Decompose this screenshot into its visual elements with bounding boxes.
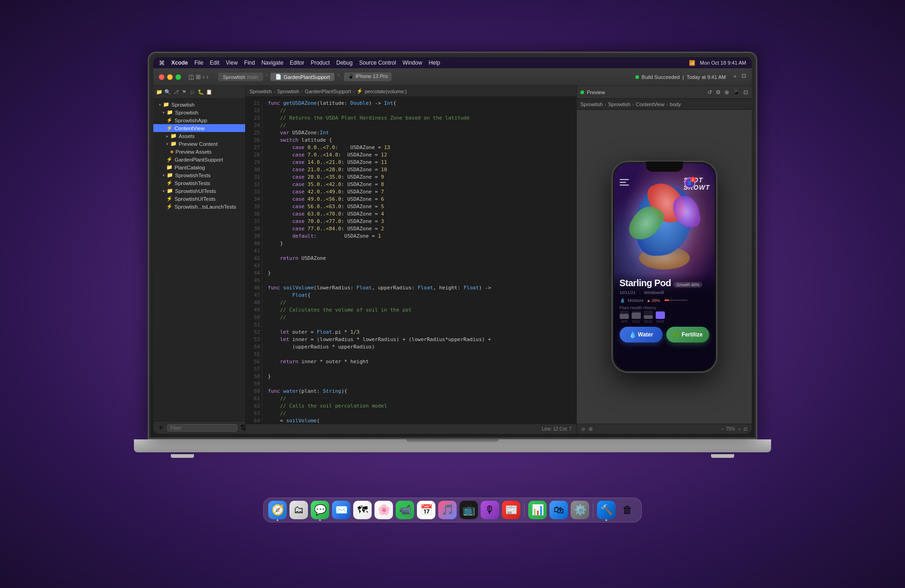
screen-bezel: ⌘ Xcode File Edit View Find Navigate Edi… <box>153 57 752 434</box>
sidebar-item-uitests-file[interactable]: ⚡ SprowtishUITests <box>153 195 245 203</box>
dock-item-messages[interactable]: 💬 <box>311 501 329 519</box>
preview-bottom-icons: ⊖ ⊞ <box>581 426 592 432</box>
app-screen: SPOTSROWT 👤 2 <box>614 163 715 370</box>
apple-menu-icon[interactable]: ⌘ <box>159 60 165 66</box>
menu-editor[interactable]: Editor <box>290 60 304 66</box>
add-file-icon[interactable]: ＋ <box>157 423 164 432</box>
sidebar-item-app[interactable]: ⚡ SprowtishApp <box>153 116 245 124</box>
maximize-button[interactable] <box>175 74 181 80</box>
device-selector[interactable]: 📱 iPhone 13 Pro <box>344 72 392 81</box>
menu-debug[interactable]: Debug <box>336 60 352 66</box>
sidebar-item-preview-content[interactable]: ▾ 📁 Preview Content <box>153 140 245 148</box>
menu-source-control[interactable]: Source Control <box>359 60 396 66</box>
menu-file[interactable]: File <box>194 60 203 66</box>
nav-grid-icon[interactable]: ⊞ <box>196 73 201 80</box>
folder-icon[interactable]: 📁 <box>156 89 163 96</box>
sidebar-item-assets[interactable]: ▸ 📁 Assets <box>153 132 245 140</box>
numbers-icon: 📊 <box>531 504 544 516</box>
code-text[interactable]: func getUSDAZone(latitude: Double) -> In… <box>262 97 576 424</box>
pv-bc-body[interactable]: body <box>670 102 681 107</box>
fertilize-button[interactable]: 🌿 Fertilize <box>666 327 709 342</box>
dock-item-itunes[interactable]: 🎵 <box>438 501 457 519</box>
project-tab[interactable]: Sprowtish main <box>218 72 263 81</box>
triangle-icon: ▾ <box>163 189 165 193</box>
sidebar-item-launch-tests[interactable]: ⚡ Sprowtish...tsLaunchTests <box>153 203 245 210</box>
preview-refresh-icon[interactable]: ↺ <box>707 89 712 96</box>
menu-edit[interactable]: Edit <box>210 60 219 66</box>
pv-bc-3[interactable]: ContentView <box>636 102 664 107</box>
sidebar-toggle-icon[interactable]: ◫ <box>188 73 194 80</box>
close-button[interactable] <box>159 74 164 80</box>
pv-sep2: › <box>632 102 634 107</box>
dock-item-mail[interactable]: ✉️ <box>332 501 350 519</box>
filter-input[interactable] <box>167 424 237 432</box>
bc-func[interactable]: ⚡ <box>356 88 363 94</box>
sidebar-item-sprowtish[interactable]: ▾ 📁 Sprowtish <box>153 108 245 116</box>
split-editor-icon[interactable]: ⊡ <box>742 72 746 81</box>
dock-item-news[interactable]: 📰 <box>502 501 520 519</box>
debug-icon[interactable]: 🐛 <box>198 89 204 96</box>
sidebar-item-tests-file[interactable]: ⚡ SprowtishTests <box>153 179 245 187</box>
dock-item-facetime[interactable]: 📹 <box>396 501 414 519</box>
dock-item-launchpad[interactable]: 🗂 <box>290 501 308 519</box>
file-tab[interactable]: 📄 GardenPlantSupport <box>270 72 335 81</box>
breakpoint-icon[interactable]: ⚑ <box>181 89 187 96</box>
menu-navigate[interactable]: Navigate <box>261 60 283 66</box>
sidebar-item-garden[interactable]: ⚡ GardenPlantSupport <box>153 156 245 163</box>
preview-expand-icon[interactable]: ⊡ <box>743 89 748 96</box>
bc-percolate[interactable]: percolate(volume:) <box>365 89 407 94</box>
dock-item-numbers[interactable]: 📊 <box>528 501 547 519</box>
report-icon[interactable]: 📋 <box>206 89 212 96</box>
preview-grid-icon[interactable]: ⊞ <box>589 426 592 432</box>
dock-item-systemprefs[interactable]: ⚙️ <box>571 501 589 519</box>
sidebar-item-contentview[interactable]: ⚡ ContentView <box>153 124 245 132</box>
zoom-fit-icon[interactable]: ⊡ <box>743 426 747 432</box>
zoom-plus-icon[interactable]: ＋ <box>737 426 742 432</box>
sidebar-item-preview-assets[interactable]: ◈ Preview Assets <box>153 148 245 156</box>
menu-find[interactable]: Find <box>244 60 255 66</box>
water-button[interactable]: 💧 Water <box>620 327 663 342</box>
preview-zoom-out-icon[interactable]: ⊖ <box>581 426 585 432</box>
sidebar-item-plantcatalog[interactable]: 📁 PlantCatalog <box>153 163 245 171</box>
sort-icon[interactable]: ⇅ <box>240 423 246 432</box>
dock-item-calendar[interactable]: 📅 <box>417 501 435 519</box>
dock-item-appstore[interactable]: 🛍 <box>549 501 568 519</box>
preview-settings-icon[interactable]: ⚙ <box>716 89 721 96</box>
pv-bc-1[interactable]: Sprowtish <box>580 102 603 107</box>
app-menu-icon[interactable] <box>620 179 629 186</box>
health-bar-1 <box>620 314 629 319</box>
search-sidebar-icon[interactable]: 🔍 <box>164 89 171 96</box>
sidebar-item-uitests[interactable]: ▾ 📁 SprowtishUITests <box>153 187 245 195</box>
nav-forward-icon[interactable]: › <box>206 73 208 80</box>
menu-xcode[interactable]: Xcode <box>171 60 188 66</box>
sidebar-item-sprowtish-root[interactable]: ▾ 📁 Sprowtish <box>153 101 245 108</box>
test-icon[interactable]: ▷ <box>189 89 196 96</box>
pv-bc-2[interactable]: Sprowtish <box>608 102 630 107</box>
dock-item-trash[interactable]: 🗑 <box>618 501 637 519</box>
folder-icon: 📁 <box>163 102 169 108</box>
bc-garden[interactable]: GardenPlantSupport <box>305 89 351 94</box>
menu-view[interactable]: View <box>226 60 238 66</box>
add-file-icon[interactable]: ＋ <box>732 72 738 81</box>
menu-product[interactable]: Product <box>311 60 330 66</box>
preview-bottom-bar: ⊖ ⊞ − 75% ＋ ⊡ <box>577 424 752 434</box>
zoom-minus-icon[interactable]: − <box>721 426 724 432</box>
menu-help[interactable]: Help <box>428 60 440 66</box>
finder-icon: 🧭 <box>272 504 284 516</box>
dock-item-photos[interactable]: 🌸 <box>374 501 393 519</box>
dock-item-appletv[interactable]: 📺 <box>459 501 478 519</box>
git-icon[interactable]: ⎇ <box>173 89 179 96</box>
bc-sprowtish[interactable]: Sprowtish <box>249 89 272 94</box>
sidebar-item-tests[interactable]: ▾ 📁 SprowtishTests <box>153 171 245 179</box>
preview-share-icon[interactable]: ⊕ <box>724 89 729 96</box>
dock-item-maps[interactable]: 🗺 <box>353 501 372 519</box>
preview-device-icon[interactable]: 📱 <box>733 89 740 96</box>
dock-item-xcode[interactable]: 🔨 <box>597 501 615 519</box>
dock: 🧭 🗂 💬 ✉️ 🗺 🌸 📹 📅 🎵 📺 <box>263 498 642 522</box>
minimize-button[interactable] <box>167 74 173 80</box>
bc-sprowtish2[interactable]: Sprowtish <box>277 89 299 94</box>
menu-window[interactable]: Window <box>403 60 422 66</box>
dock-item-podcasts[interactable]: 🎙 <box>481 501 499 519</box>
dock-item-finder[interactable]: 🧭 <box>268 501 287 519</box>
nav-back-icon[interactable]: ‹ <box>203 73 205 80</box>
